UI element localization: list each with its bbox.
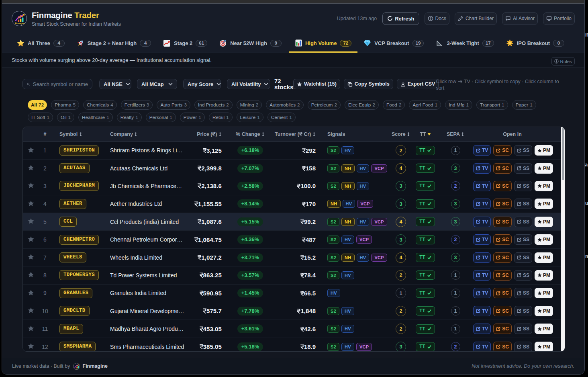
svg-text:Finmagine: Finmagine bbox=[74, 369, 80, 370]
svg-text:Finmagine: Finmagine bbox=[15, 23, 25, 25]
